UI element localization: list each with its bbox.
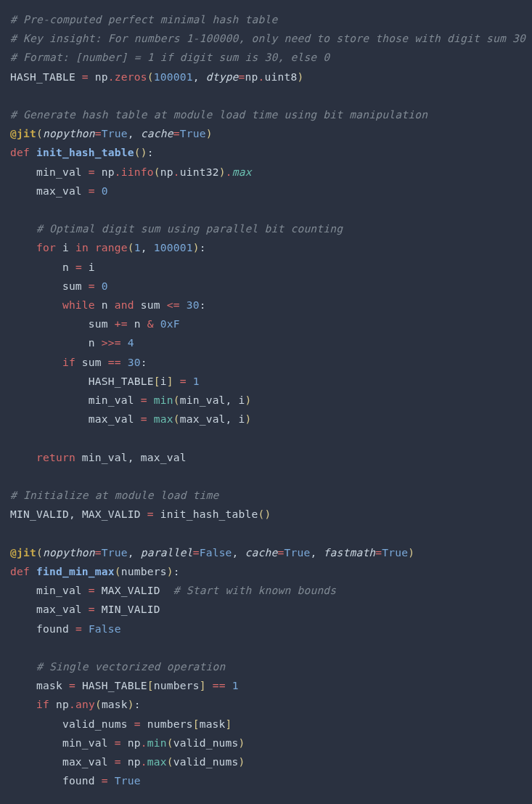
- code-token: def: [10, 565, 30, 577]
- code-token: =: [141, 413, 147, 425]
- code-token: [180, 299, 187, 311]
- code-token: [121, 356, 128, 368]
- code-token: :: [141, 356, 147, 368]
- code-token: HASH_TABLE: [75, 679, 147, 691]
- code-token: =: [115, 755, 121, 768]
- code-token: =: [115, 736, 121, 749]
- code-token: # Format: [number] = 1 if digit sum is 3…: [10, 51, 330, 63]
- code-token: sum: [10, 280, 89, 292]
- code-token: =: [82, 70, 89, 83]
- code-token: [147, 413, 154, 425]
- code-line: valid_nums = numbers[mask]: [10, 718, 232, 730]
- code-token: 30: [187, 299, 200, 311]
- code-token: max_val: [180, 413, 226, 425]
- code-token: :: [147, 146, 154, 158]
- code-token: init_hash_table: [154, 508, 258, 520]
- code-token: [30, 146, 36, 158]
- code-token: min_val: [10, 394, 141, 406]
- code-token: ): [239, 736, 245, 749]
- code-token: True: [102, 127, 128, 139]
- code-token: =: [89, 603, 95, 615]
- code-token: [82, 622, 89, 635]
- code-line: max_val = MIN_VALID: [10, 603, 160, 615]
- code-token: init_hash_table: [36, 146, 134, 158]
- code-token: [10, 451, 36, 463]
- code-token: n: [10, 261, 75, 273]
- code-token: mask: [102, 698, 128, 710]
- code-token: max: [147, 755, 167, 768]
- code-token: [89, 241, 95, 253]
- code-token: i: [56, 241, 75, 253]
- code-token: if: [36, 698, 49, 710]
- code-token: =: [173, 127, 180, 139]
- code-token: >>=: [102, 336, 121, 349]
- code-token: =: [89, 584, 95, 596]
- code-token: np: [121, 755, 141, 768]
- code-token: ]: [167, 375, 173, 387]
- code-line: # Initialize at module load time: [10, 489, 219, 501]
- code-token: <=: [167, 299, 180, 311]
- code-token: min: [154, 394, 173, 406]
- code-line: sum += n & 0xF: [10, 317, 180, 330]
- code-token: nopython: [43, 127, 95, 139]
- code-token: ]: [226, 718, 232, 730]
- code-line: if sum == 30:: [10, 356, 147, 368]
- code-line: mask = HASH_TABLE[numbers] == 1: [10, 679, 239, 691]
- code-line: min_val = min(min_val, i): [10, 394, 252, 406]
- code-token: numbers: [154, 679, 200, 691]
- code-line: def init_hash_table():: [10, 146, 154, 158]
- code-line: n = i: [10, 261, 95, 273]
- code-token: (: [154, 166, 160, 178]
- code-token: False: [89, 622, 121, 635]
- code-token: =: [375, 546, 382, 559]
- code-token: ,: [310, 546, 323, 559]
- code-line: found = True: [10, 774, 141, 787]
- code-token: ,: [232, 546, 245, 559]
- code-token: valid_nums: [173, 736, 239, 749]
- code-block: # Pre-computed perfect minimal hash tabl…: [0, 0, 532, 804]
- code-token: # Optimal digit sum using parallel bit c…: [36, 222, 343, 235]
- code-token: (: [128, 241, 134, 253]
- code-token: (: [36, 546, 43, 559]
- code-token: .: [108, 70, 115, 83]
- code-token: HASH_TABLE: [10, 375, 154, 387]
- code-token: min_val: [10, 736, 115, 749]
- code-token: i: [160, 375, 167, 387]
- code-token: [: [147, 679, 154, 691]
- code-token: ,: [141, 241, 154, 253]
- code-token: fastmath: [323, 546, 375, 559]
- code-token: =: [89, 184, 95, 197]
- code-token: min_val: [180, 394, 226, 406]
- code-token: 0: [102, 280, 108, 292]
- code-token: ,: [128, 127, 141, 139]
- code-token: numbers: [121, 565, 167, 577]
- code-token: ==: [108, 356, 121, 368]
- code-token: 4: [128, 336, 134, 349]
- code-token: =: [141, 394, 147, 406]
- code-token: .: [69, 698, 75, 710]
- code-token: =: [69, 679, 75, 691]
- code-token: HASH_TABLE: [10, 70, 82, 83]
- code-token: ]: [200, 679, 206, 691]
- code-token: MIN_VALID: [10, 508, 69, 520]
- code-token: :: [134, 698, 141, 710]
- code-token: dtype: [206, 70, 239, 83]
- code-line: max_val = max(max_val, i): [10, 413, 252, 425]
- code-token: ): [245, 394, 252, 406]
- code-token: [226, 679, 232, 691]
- code-token: =: [89, 166, 95, 178]
- code-token: # Pre-computed perfect minimal hash tabl…: [10, 13, 277, 25]
- code-line: if np.any(mask):: [10, 698, 141, 710]
- code-line: # Format: [number] = 1 if digit sum is 3…: [10, 51, 330, 63]
- code-token: min_val: [75, 451, 128, 463]
- code-token: valid_nums: [173, 755, 239, 768]
- code-token: True: [180, 127, 206, 139]
- code-token: sum: [134, 299, 167, 311]
- code-token: 1: [134, 241, 141, 253]
- code-token: 0: [102, 184, 108, 197]
- code-line: min_val = np.iinfo(np.uint32).max: [10, 166, 252, 178]
- code-token: =: [239, 70, 245, 83]
- code-token: =: [193, 546, 200, 559]
- code-token: # Single vectorized operation: [36, 660, 226, 673]
- code-token: [108, 774, 115, 787]
